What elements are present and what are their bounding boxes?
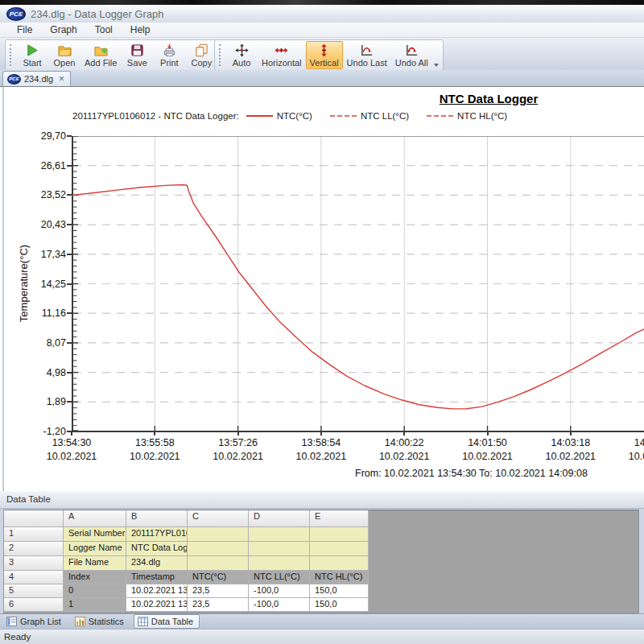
tab-data-table[interactable]: Data Table	[134, 614, 200, 629]
vertical-zoom-button[interactable]: Vertical	[306, 41, 343, 69]
menu-tool[interactable]: Tool	[86, 23, 122, 37]
table-cell[interactable]: 10.02.2021 13:...	[126, 584, 188, 598]
table-cell[interactable]: 23,5	[188, 598, 249, 612]
y-axis-tick	[67, 372, 72, 374]
legend-entry-ntc: NTC(°C)	[277, 111, 312, 121]
table-cell[interactable]: 150,0	[310, 598, 369, 612]
table-cell[interactable]	[310, 556, 369, 571]
x-tick-time: 14:01:50	[450, 436, 526, 450]
x-axis-tick	[154, 431, 155, 436]
table-cell[interactable]: 150,0	[310, 584, 369, 598]
copy-button[interactable]: Copy	[185, 41, 217, 69]
statistics-icon	[75, 617, 85, 626]
x-tick-time: 13:57:26	[200, 436, 276, 450]
row-header-2[interactable]: 2	[4, 542, 64, 556]
toolbar-overflow-button[interactable]	[432, 41, 441, 69]
row-header-4[interactable]: 4	[4, 571, 64, 584]
toolbar-grip[interactable]	[219, 44, 223, 66]
tab-graph-list[interactable]: Graph List	[2, 614, 68, 629]
data-table-icon	[138, 617, 148, 626]
column-header-E[interactable]: E	[310, 510, 369, 527]
row-header-5[interactable]: 5	[4, 584, 64, 598]
table-cell[interactable]	[188, 527, 249, 542]
plot-area[interactable]	[72, 136, 644, 436]
start-button[interactable]: Start	[16, 41, 48, 69]
y-axis-tick	[67, 194, 72, 196]
add-file-button[interactable]: Add File	[80, 41, 121, 69]
toolbar-grip[interactable]	[10, 44, 14, 66]
undo-all-button-label: Undo All	[395, 58, 428, 68]
row-header-1[interactable]: 1	[4, 527, 64, 542]
play-icon	[26, 43, 39, 57]
table-cell[interactable]: 0	[64, 584, 126, 598]
data-table-grid[interactable]: ABCDE1Serial Number201117YPL010...2Logge…	[3, 510, 639, 613]
column-header-A[interactable]: A	[64, 510, 126, 527]
table-cell[interactable]: NTC HL(°C)	[310, 571, 369, 584]
window-title: 234.dlg - Data Logger Graph	[31, 8, 164, 20]
horizontal-zoom-button[interactable]: Horizontal	[258, 41, 306, 69]
data-table-panel-title: Data Table	[0, 491, 644, 509]
document-tab[interactable]: PCE 234.dlg ×	[2, 71, 71, 86]
column-header-D[interactable]: D	[249, 510, 310, 527]
table-cell[interactable]	[188, 556, 249, 571]
open-folder-icon	[58, 43, 72, 57]
column-header-B[interactable]: B	[126, 510, 188, 527]
table-cell[interactable]: NTC Data Logger	[126, 542, 188, 556]
x-axis-tick-label: 13:57:2610.02.2021	[200, 436, 276, 464]
tab-close-icon[interactable]: ×	[59, 75, 64, 83]
table-cell[interactable]: Timestamp	[126, 571, 188, 584]
y-axis-tick	[67, 401, 72, 402]
tab-statistics[interactable]: Statistics	[71, 614, 130, 629]
table-cell[interactable]: File Name	[64, 556, 126, 571]
auto-zoom-button[interactable]: Auto	[225, 41, 258, 69]
menu-graph[interactable]: Graph	[41, 23, 85, 37]
y-axis-tick	[67, 342, 72, 344]
x-tick-date: 10.02.2021	[616, 450, 644, 464]
x-tick-date: 10.02.2021	[366, 450, 442, 464]
table-cell[interactable]: -100,0	[249, 598, 310, 612]
undo-all-button[interactable]: Undo All	[391, 41, 432, 69]
table-cell[interactable]: NTC(°C)	[188, 571, 249, 584]
status-text: Ready	[4, 632, 31, 642]
undo-last-button[interactable]: Undo Last	[343, 41, 391, 69]
table-cell[interactable]	[188, 542, 249, 556]
table-cell[interactable]: NTC LL(°C)	[249, 571, 310, 584]
menu-bar: File Graph Tool Help	[0, 23, 644, 38]
table-cell[interactable]: Index	[64, 571, 126, 584]
table-cell[interactable]: 234.dlg	[126, 556, 188, 571]
table-cell[interactable]	[249, 556, 310, 571]
table-cell[interactable]: Serial Number	[64, 527, 126, 542]
open-button[interactable]: Open	[48, 41, 80, 69]
table-cell[interactable]	[249, 527, 310, 542]
save-icon	[130, 43, 144, 57]
legend-series-label: 201117YPL0106012 - NTC Data Logger:	[72, 111, 239, 121]
table-cell[interactable]: 10.02.2021 13:...	[126, 598, 188, 612]
x-tick-date: 10.02.2021	[117, 450, 192, 464]
legend-line-dashed	[330, 115, 357, 117]
table-cell[interactable]: Logger Name	[64, 542, 126, 556]
undo-last-button-label: Undo Last	[347, 58, 387, 68]
save-button[interactable]: Save	[121, 41, 153, 69]
y-axis-tick-label: -1,20	[14, 426, 66, 437]
table-cell[interactable]: 23,5	[188, 584, 249, 598]
auto-arrows-icon	[235, 43, 249, 57]
legend-line-solid	[246, 115, 273, 117]
column-header-C[interactable]: C	[188, 510, 249, 527]
print-button[interactable]: Print	[153, 41, 185, 69]
table-cell[interactable]: 1	[64, 598, 126, 612]
table-cell[interactable]	[249, 542, 310, 556]
x-axis-tick	[570, 431, 572, 436]
table-cell[interactable]: 201117YPL010...	[126, 527, 188, 542]
x-axis-tick-label: 14:03:1810.02.2021	[533, 436, 609, 464]
document-icon: PCE	[7, 74, 21, 85]
table-cell[interactable]: -100,0	[249, 584, 310, 598]
menu-help[interactable]: Help	[122, 23, 159, 37]
grid-corner-cell[interactable]	[4, 510, 64, 527]
row-header-3[interactable]: 3	[4, 556, 64, 571]
table-cell[interactable]	[310, 542, 369, 556]
menu-file[interactable]: File	[8, 23, 41, 37]
table-cell[interactable]	[310, 527, 369, 542]
x-tick-date: 10.02.2021	[533, 450, 609, 464]
row-header-6[interactable]: 6	[4, 598, 64, 612]
print-button-label: Print	[160, 58, 179, 68]
